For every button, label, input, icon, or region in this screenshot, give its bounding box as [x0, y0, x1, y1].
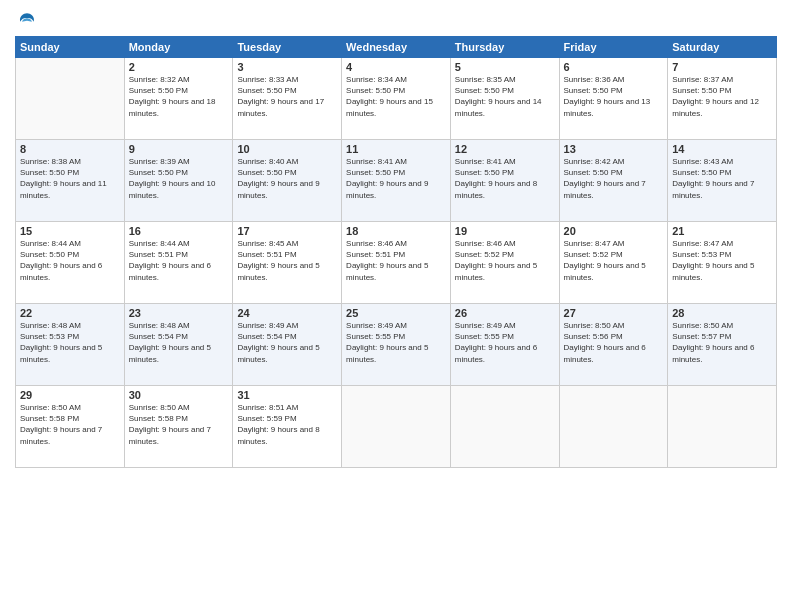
day-info: Sunrise: 8:50 AMSunset: 5:58 PMDaylight:… [129, 402, 229, 447]
calendar-cell: 15Sunrise: 8:44 AMSunset: 5:50 PMDayligh… [16, 222, 125, 304]
calendar-cell: 8Sunrise: 8:38 AMSunset: 5:50 PMDaylight… [16, 140, 125, 222]
day-info: Sunrise: 8:50 AMSunset: 5:58 PMDaylight:… [20, 402, 120, 447]
column-header-tuesday: Tuesday [233, 37, 342, 58]
day-number: 2 [129, 61, 229, 73]
day-number: 20 [564, 225, 664, 237]
day-number: 9 [129, 143, 229, 155]
header-row: SundayMondayTuesdayWednesdayThursdayFrid… [16, 37, 777, 58]
calendar-cell: 30Sunrise: 8:50 AMSunset: 5:58 PMDayligh… [124, 386, 233, 468]
day-number: 31 [237, 389, 337, 401]
day-info: Sunrise: 8:47 AMSunset: 5:52 PMDaylight:… [564, 238, 664, 283]
calendar-row-2: 15Sunrise: 8:44 AMSunset: 5:50 PMDayligh… [16, 222, 777, 304]
calendar-cell: 5Sunrise: 8:35 AMSunset: 5:50 PMDaylight… [450, 58, 559, 140]
calendar-cell: 25Sunrise: 8:49 AMSunset: 5:55 PMDayligh… [342, 304, 451, 386]
calendar-row-3: 22Sunrise: 8:48 AMSunset: 5:53 PMDayligh… [16, 304, 777, 386]
column-header-sunday: Sunday [16, 37, 125, 58]
day-info: Sunrise: 8:50 AMSunset: 5:56 PMDaylight:… [564, 320, 664, 365]
calendar-cell: 10Sunrise: 8:40 AMSunset: 5:50 PMDayligh… [233, 140, 342, 222]
calendar-cell: 28Sunrise: 8:50 AMSunset: 5:57 PMDayligh… [668, 304, 777, 386]
day-info: Sunrise: 8:46 AMSunset: 5:51 PMDaylight:… [346, 238, 446, 283]
day-info: Sunrise: 8:51 AMSunset: 5:59 PMDaylight:… [237, 402, 337, 447]
day-number: 22 [20, 307, 120, 319]
column-header-monday: Monday [124, 37, 233, 58]
day-info: Sunrise: 8:43 AMSunset: 5:50 PMDaylight:… [672, 156, 772, 201]
calendar-cell [16, 58, 125, 140]
day-number: 23 [129, 307, 229, 319]
day-info: Sunrise: 8:41 AMSunset: 5:50 PMDaylight:… [346, 156, 446, 201]
column-header-saturday: Saturday [668, 37, 777, 58]
day-number: 5 [455, 61, 555, 73]
day-number: 6 [564, 61, 664, 73]
day-info: Sunrise: 8:39 AMSunset: 5:50 PMDaylight:… [129, 156, 229, 201]
day-info: Sunrise: 8:36 AMSunset: 5:50 PMDaylight:… [564, 74, 664, 119]
calendar-cell [342, 386, 451, 468]
logo [15, 10, 37, 30]
day-number: 21 [672, 225, 772, 237]
calendar-cell: 21Sunrise: 8:47 AMSunset: 5:53 PMDayligh… [668, 222, 777, 304]
day-info: Sunrise: 8:33 AMSunset: 5:50 PMDaylight:… [237, 74, 337, 119]
day-number: 24 [237, 307, 337, 319]
calendar-cell [668, 386, 777, 468]
calendar-cell: 23Sunrise: 8:48 AMSunset: 5:54 PMDayligh… [124, 304, 233, 386]
day-number: 17 [237, 225, 337, 237]
calendar-cell: 7Sunrise: 8:37 AMSunset: 5:50 PMDaylight… [668, 58, 777, 140]
day-info: Sunrise: 8:37 AMSunset: 5:50 PMDaylight:… [672, 74, 772, 119]
calendar-cell: 29Sunrise: 8:50 AMSunset: 5:58 PMDayligh… [16, 386, 125, 468]
calendar-row-1: 8Sunrise: 8:38 AMSunset: 5:50 PMDaylight… [16, 140, 777, 222]
day-number: 26 [455, 307, 555, 319]
day-number: 12 [455, 143, 555, 155]
calendar-cell: 19Sunrise: 8:46 AMSunset: 5:52 PMDayligh… [450, 222, 559, 304]
day-number: 27 [564, 307, 664, 319]
calendar-cell: 17Sunrise: 8:45 AMSunset: 5:51 PMDayligh… [233, 222, 342, 304]
day-info: Sunrise: 8:45 AMSunset: 5:51 PMDaylight:… [237, 238, 337, 283]
day-info: Sunrise: 8:44 AMSunset: 5:51 PMDaylight:… [129, 238, 229, 283]
calendar-cell: 18Sunrise: 8:46 AMSunset: 5:51 PMDayligh… [342, 222, 451, 304]
day-info: Sunrise: 8:42 AMSunset: 5:50 PMDaylight:… [564, 156, 664, 201]
day-info: Sunrise: 8:48 AMSunset: 5:54 PMDaylight:… [129, 320, 229, 365]
calendar-cell: 20Sunrise: 8:47 AMSunset: 5:52 PMDayligh… [559, 222, 668, 304]
calendar-cell: 27Sunrise: 8:50 AMSunset: 5:56 PMDayligh… [559, 304, 668, 386]
day-info: Sunrise: 8:35 AMSunset: 5:50 PMDaylight:… [455, 74, 555, 119]
calendar-cell: 6Sunrise: 8:36 AMSunset: 5:50 PMDaylight… [559, 58, 668, 140]
day-number: 25 [346, 307, 446, 319]
calendar-cell: 3Sunrise: 8:33 AMSunset: 5:50 PMDaylight… [233, 58, 342, 140]
calendar-cell: 12Sunrise: 8:41 AMSunset: 5:50 PMDayligh… [450, 140, 559, 222]
column-header-wednesday: Wednesday [342, 37, 451, 58]
calendar-cell: 9Sunrise: 8:39 AMSunset: 5:50 PMDaylight… [124, 140, 233, 222]
calendar-page: SundayMondayTuesdayWednesdayThursdayFrid… [0, 0, 792, 612]
day-info: Sunrise: 8:38 AMSunset: 5:50 PMDaylight:… [20, 156, 120, 201]
day-info: Sunrise: 8:48 AMSunset: 5:53 PMDaylight:… [20, 320, 120, 365]
day-info: Sunrise: 8:47 AMSunset: 5:53 PMDaylight:… [672, 238, 772, 283]
logo-text [15, 10, 37, 30]
calendar-cell: 2Sunrise: 8:32 AMSunset: 5:50 PMDaylight… [124, 58, 233, 140]
calendar-cell: 31Sunrise: 8:51 AMSunset: 5:59 PMDayligh… [233, 386, 342, 468]
day-number: 10 [237, 143, 337, 155]
calendar-cell: 24Sunrise: 8:49 AMSunset: 5:54 PMDayligh… [233, 304, 342, 386]
day-number: 15 [20, 225, 120, 237]
calendar-cell [450, 386, 559, 468]
day-number: 28 [672, 307, 772, 319]
day-number: 14 [672, 143, 772, 155]
day-info: Sunrise: 8:49 AMSunset: 5:54 PMDaylight:… [237, 320, 337, 365]
calendar-cell: 4Sunrise: 8:34 AMSunset: 5:50 PMDaylight… [342, 58, 451, 140]
calendar-cell [559, 386, 668, 468]
logo-bird-icon [17, 10, 37, 30]
day-number: 16 [129, 225, 229, 237]
day-number: 3 [237, 61, 337, 73]
day-number: 29 [20, 389, 120, 401]
day-number: 13 [564, 143, 664, 155]
day-info: Sunrise: 8:40 AMSunset: 5:50 PMDaylight:… [237, 156, 337, 201]
column-header-friday: Friday [559, 37, 668, 58]
day-info: Sunrise: 8:34 AMSunset: 5:50 PMDaylight:… [346, 74, 446, 119]
calendar-cell: 22Sunrise: 8:48 AMSunset: 5:53 PMDayligh… [16, 304, 125, 386]
day-number: 30 [129, 389, 229, 401]
day-info: Sunrise: 8:46 AMSunset: 5:52 PMDaylight:… [455, 238, 555, 283]
day-number: 11 [346, 143, 446, 155]
calendar-cell: 14Sunrise: 8:43 AMSunset: 5:50 PMDayligh… [668, 140, 777, 222]
day-info: Sunrise: 8:41 AMSunset: 5:50 PMDaylight:… [455, 156, 555, 201]
day-number: 8 [20, 143, 120, 155]
calendar-cell: 26Sunrise: 8:49 AMSunset: 5:55 PMDayligh… [450, 304, 559, 386]
calendar-cell: 13Sunrise: 8:42 AMSunset: 5:50 PMDayligh… [559, 140, 668, 222]
calendar-row-0: 2Sunrise: 8:32 AMSunset: 5:50 PMDaylight… [16, 58, 777, 140]
day-number: 18 [346, 225, 446, 237]
